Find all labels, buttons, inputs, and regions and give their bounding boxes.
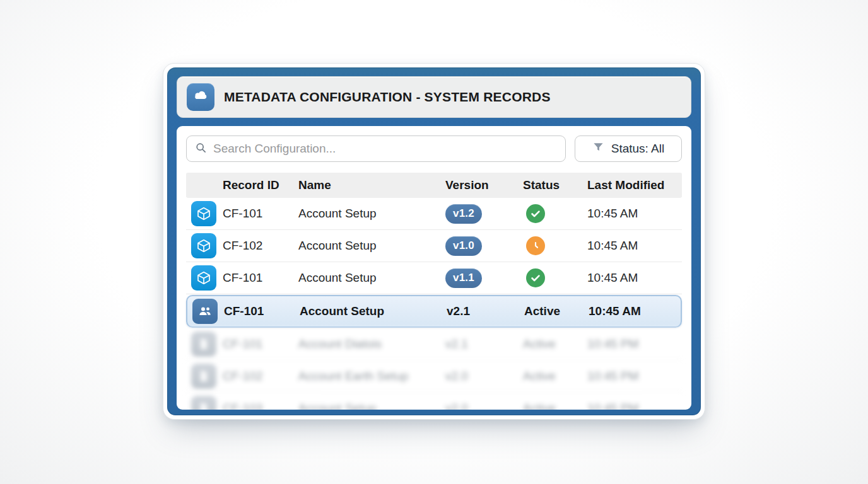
window-frame: METADATA CONFIGURATION - SYSTEM RECORDS … bbox=[167, 67, 701, 415]
table-header-row: Record ID Name Version Status Last Modif… bbox=[186, 173, 682, 198]
last-modified-cell: 10:45 AM bbox=[587, 271, 682, 285]
name-cell: Account Setup bbox=[298, 207, 445, 221]
filter-icon bbox=[592, 141, 604, 156]
record-id-cell: CF-102 bbox=[223, 239, 298, 253]
status-filter-button[interactable]: Status: All bbox=[575, 135, 682, 162]
name-cell: Account Setup bbox=[298, 271, 445, 285]
table-row-blurred[interactable]: CF-103 Account Setup v2.0 Active 10:45 P… bbox=[186, 393, 682, 410]
cube-icon bbox=[191, 201, 216, 226]
last-modified-cell: 10:45 PM bbox=[587, 337, 682, 351]
last-modified-cell: 10:45 AM bbox=[587, 207, 682, 221]
version-cell: v2.0 bbox=[445, 369, 523, 383]
table-row-blurred[interactable]: CF-101 Account Diatois v2.1 Active 10:45… bbox=[186, 328, 682, 360]
status-pending-clock-icon bbox=[526, 236, 545, 255]
table-row[interactable]: CF-101 Account Setup v1.2 10:45 AM bbox=[186, 198, 682, 230]
status-success-check-icon bbox=[526, 204, 545, 223]
file-icon bbox=[191, 396, 216, 410]
cube-icon bbox=[191, 233, 216, 258]
last-modified-cell: 10:45 AM bbox=[589, 304, 681, 318]
header-name: Name bbox=[298, 178, 445, 192]
status-cell: Active bbox=[523, 337, 587, 351]
version-badge: v1.1 bbox=[445, 268, 482, 288]
users-icon bbox=[192, 299, 218, 324]
name-cell: Account Setup bbox=[298, 239, 445, 253]
name-cell: Account Diatois bbox=[298, 337, 445, 351]
version-badge: v1.0 bbox=[445, 236, 482, 256]
last-modified-cell: 10:45 PM bbox=[587, 369, 682, 383]
file-icon bbox=[191, 331, 216, 357]
table-row-blurred[interactable]: CF-102 Account Earth Setup v2.0 Active 1… bbox=[186, 360, 682, 393]
last-modified-cell: 10:45 AM bbox=[587, 239, 682, 253]
record-id-cell: CF-101 bbox=[223, 271, 298, 285]
record-id-cell: CF-101 bbox=[223, 207, 298, 221]
content-panel: Status: All Record ID Name Version Statu… bbox=[177, 126, 691, 410]
record-id-cell: CF-102 bbox=[223, 369, 298, 383]
name-cell: Account Setup bbox=[300, 304, 447, 318]
version-cell: v2.1 bbox=[447, 304, 524, 318]
header-last-modified: Last Modified bbox=[587, 178, 682, 192]
header-record-id: Record ID bbox=[223, 178, 298, 192]
cloud-app-icon-badge bbox=[187, 83, 214, 111]
status-filter-label: Status: All bbox=[611, 142, 665, 156]
cloud-icon bbox=[191, 86, 210, 108]
toolbar: Status: All bbox=[186, 135, 682, 162]
status-cell: Active bbox=[523, 369, 587, 383]
name-cell: Account Setup bbox=[298, 401, 445, 410]
table-row[interactable]: CF-101 Account Setup v1.1 10:45 AM bbox=[186, 262, 682, 294]
last-modified-cell: 10:45 PM bbox=[587, 401, 682, 410]
status-cell: Active bbox=[523, 401, 587, 410]
record-id-cell: CF-101 bbox=[223, 337, 298, 351]
search-input[interactable] bbox=[213, 142, 558, 156]
metadata-configuration-window: METADATA CONFIGURATION - SYSTEM RECORDS … bbox=[163, 63, 705, 420]
file-icon bbox=[191, 364, 216, 389]
table-row-selected[interactable]: CF-101 Account Setup v2.1 Active 10:45 A… bbox=[186, 295, 682, 328]
record-id-cell: CF-103 bbox=[223, 401, 298, 410]
status-success-check-icon bbox=[526, 268, 545, 287]
search-icon bbox=[194, 141, 208, 157]
name-cell: Account Earth Setup bbox=[298, 369, 445, 383]
window-titlebar: METADATA CONFIGURATION - SYSTEM RECORDS bbox=[177, 76, 691, 118]
record-id-cell: CF-101 bbox=[224, 304, 300, 318]
header-status: Status bbox=[523, 178, 587, 192]
version-cell: v2.0 bbox=[445, 401, 523, 410]
search-box[interactable] bbox=[186, 135, 566, 162]
header-version: Version bbox=[445, 178, 523, 192]
status-cell: Active bbox=[524, 304, 589, 318]
cube-icon bbox=[191, 265, 216, 291]
table-row[interactable]: CF-102 Account Setup v1.0 10:45 AM bbox=[186, 230, 682, 262]
version-cell: v2.1 bbox=[445, 337, 523, 351]
version-badge: v1.2 bbox=[445, 204, 482, 224]
window-title: METADATA CONFIGURATION - SYSTEM RECORDS bbox=[224, 89, 551, 105]
